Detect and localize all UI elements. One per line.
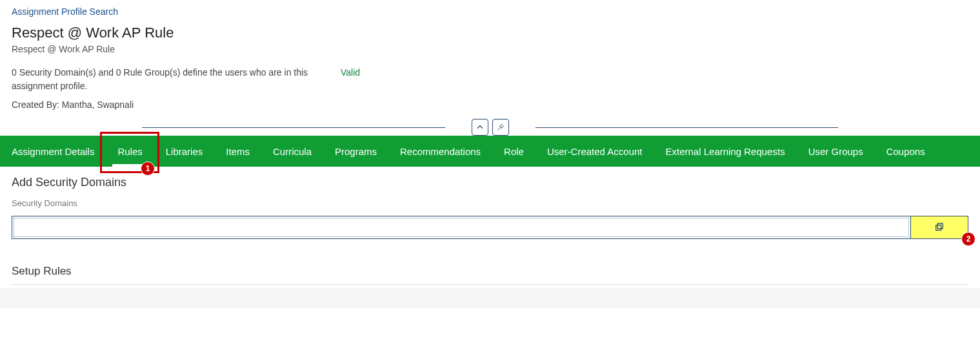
breadcrumb-link[interactable]: Assignment Profile Search: [0, 0, 980, 19]
tab-user-created-account[interactable]: User-Created Account: [535, 136, 654, 167]
section-setup-rules: Setup Rules: [0, 265, 980, 284]
tab-external-learning-requests[interactable]: External Learning Requests: [654, 136, 797, 167]
chevron-up-icon: [476, 123, 484, 131]
annotation-badge-1: 1: [141, 162, 155, 176]
svg-rect-1: [937, 224, 943, 229]
status-badge: Valid: [341, 66, 360, 78]
value-help-icon: [935, 223, 944, 232]
header-collapse-bar: [0, 119, 980, 136]
tab-libraries[interactable]: Libraries: [154, 136, 215, 167]
tab-recommendations[interactable]: Recommendations: [388, 136, 492, 167]
tab-items[interactable]: Items: [214, 136, 261, 167]
tab-programs[interactable]: Programs: [323, 136, 388, 167]
security-domains-label: Security Domains: [0, 198, 980, 216]
created-by-label: Created By:: [12, 99, 59, 110]
page-subtitle: Respect @ Work AP Rule: [0, 43, 980, 66]
tab-user-groups[interactable]: User Groups: [797, 136, 875, 167]
svg-rect-0: [936, 225, 941, 231]
tab-curricula[interactable]: Curricula: [261, 136, 323, 167]
security-domains-picker-button[interactable]: 2: [910, 216, 968, 239]
security-domains-input[interactable]: [12, 216, 911, 239]
tab-coupons[interactable]: Coupons: [875, 136, 937, 167]
collapse-up-button[interactable]: [472, 119, 488, 136]
page-title: Respect @ Work AP Rule: [0, 19, 980, 43]
profile-summary-text: 0 Security Domain(s) and 0 Rule Group(s)…: [12, 66, 321, 93]
tab-role[interactable]: Role: [492, 136, 535, 167]
pin-button[interactable]: [492, 119, 509, 136]
created-by-text: Created By: Mantha, Swapnali: [0, 97, 980, 119]
pin-icon: [497, 123, 505, 131]
divider: [12, 284, 968, 285]
annotation-badge-2: 2: [961, 232, 975, 246]
footer-area: [0, 289, 980, 308]
tab-assignment-details[interactable]: Assignment Details: [0, 136, 106, 167]
created-by-value: Mantha, Swapnali: [62, 99, 134, 110]
